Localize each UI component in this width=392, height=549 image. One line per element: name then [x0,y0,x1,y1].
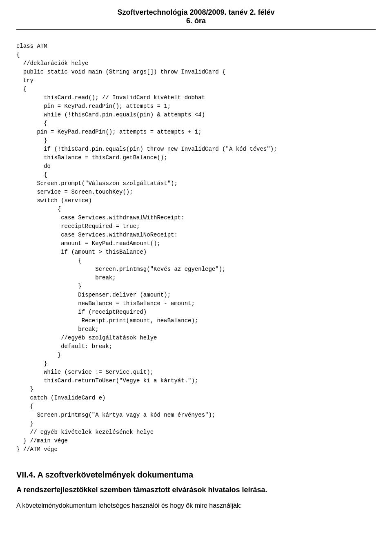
code-block: class ATM { //deklarációk helye public s… [16,42,376,454]
header-title-line1: Szoftvertechnológia 2008/2009. tanév 2. … [16,8,376,17]
section1-text: A követelménydokumentum lehetséges haszn… [16,500,376,511]
page-header: Szoftvertechnológia 2008/2009. tanév 2. … [16,8,376,30]
header-title-line2: 6. óra [16,17,376,25]
section1-heading: A rendszerfejlesztőkkel szemben támaszto… [16,486,376,494]
section1-title: VII.4. A szoftverkövetelmények dokumentu… [16,470,376,480]
